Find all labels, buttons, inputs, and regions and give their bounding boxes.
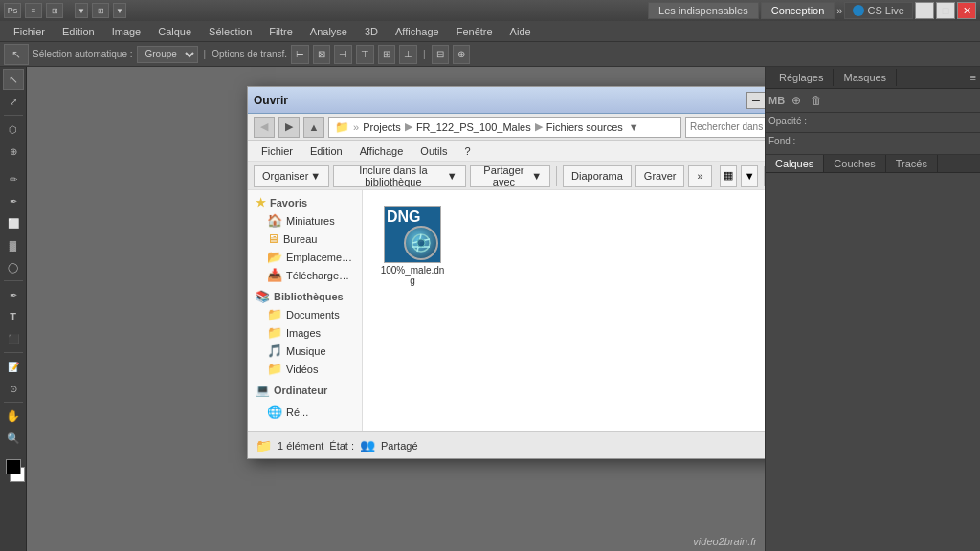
lasso-tool[interactable]: ⬡: [3, 119, 24, 140]
tab-calques[interactable]: Calques: [766, 155, 824, 172]
menu-image[interactable]: Image: [104, 24, 149, 39]
sidebar-documents[interactable]: 📁 Documents: [248, 305, 362, 323]
zoom-tool[interactable]: 🔍: [3, 428, 24, 449]
gradient-tool[interactable]: ▓: [3, 234, 24, 255]
sidebar-videos[interactable]: 📁 Vidéos: [248, 360, 362, 378]
toolbar-separator: |: [204, 49, 207, 59]
view-toggle-btn[interactable]: ▼: [741, 165, 758, 187]
menu-analyse[interactable]: Analyse: [302, 24, 355, 39]
graver-btn[interactable]: Graver: [635, 165, 685, 187]
eyedropper-tool[interactable]: ⊙: [3, 378, 24, 399]
shape-tool[interactable]: ⬛: [3, 328, 24, 349]
align-center-h-btn[interactable]: ⊠: [313, 45, 330, 64]
move-tool-icon[interactable]: ↖: [4, 44, 29, 65]
cs-live-btn[interactable]: CS Live: [844, 2, 913, 19]
tab-reglages[interactable]: Réglages: [769, 69, 834, 86]
dodge-tool[interactable]: ◯: [3, 256, 24, 277]
pen-tool[interactable]: ✒: [3, 284, 24, 305]
sidebar-miniatures[interactable]: 🏠 Miniatures: [248, 211, 362, 230]
state-label: État :: [329, 440, 354, 452]
menu-edition-dialog[interactable]: Edition: [302, 144, 350, 158]
sidebar-images[interactable]: 📁 Images: [248, 323, 362, 342]
zoom-dropdown[interactable]: ▼: [75, 3, 88, 18]
organiser-btn[interactable]: Organiser ▼: [254, 165, 329, 187]
more-workspaces-btn[interactable]: »: [836, 5, 842, 16]
file-item-dng[interactable]: DNG 100%_male.dn: [374, 202, 451, 290]
menu-fenetre[interactable]: Fenêtre: [449, 24, 501, 39]
les-indispensables-tab[interactable]: Les indispensables: [648, 2, 759, 19]
ps-minimize-btn[interactable]: ─: [915, 2, 934, 19]
sidebar-telechargements[interactable]: 📥 Téléchargeme...: [248, 266, 362, 284]
dist-v-btn[interactable]: ⊕: [453, 45, 470, 64]
clone-tool[interactable]: ✒: [3, 190, 24, 211]
selection-type-select[interactable]: Groupe Calque: [137, 46, 198, 63]
dialog-minimize-btn[interactable]: ─: [746, 92, 765, 109]
forward-btn[interactable]: ▶: [278, 117, 300, 138]
menu-fichier-dialog[interactable]: Fichier: [254, 144, 301, 158]
foreground-color[interactable]: [6, 459, 21, 474]
transform-tool[interactable]: ⤢: [3, 91, 24, 112]
inclure-bibliotheque-btn[interactable]: Inclure dans la bibliothèque ▼: [333, 165, 465, 187]
menu-filtre[interactable]: Filtre: [261, 24, 300, 39]
conception-tab[interactable]: Conception: [761, 2, 835, 19]
menu-edition[interactable]: Edition: [55, 24, 102, 39]
tool-sep3: [4, 280, 23, 281]
align-right-btn[interactable]: ⊣: [334, 45, 352, 64]
file-open-dialog: Ouvrir ─ □ ✕ ◀ ▶ ▲ 📁 » Projects ▶ FR_122…: [247, 86, 765, 459]
align-center-v-btn[interactable]: ⊞: [378, 45, 395, 64]
text-tool[interactable]: T: [3, 306, 24, 327]
notes-tool[interactable]: 📝: [3, 356, 24, 377]
menu-affichage[interactable]: Affichage: [388, 24, 447, 39]
menu-selection[interactable]: Sélection: [201, 24, 259, 39]
organiser-label: Organiser: [262, 170, 308, 182]
file-name: 100%_male.dng: [378, 265, 447, 286]
breadcrumb-dropdown[interactable]: ▼: [629, 121, 639, 133]
align-top-btn[interactable]: ⊤: [356, 45, 374, 64]
menu-aide[interactable]: Aide: [502, 24, 539, 39]
more-options-btn[interactable]: »: [688, 165, 711, 187]
breadcrumb-projects[interactable]: Projects: [363, 121, 401, 133]
dialog-files-area[interactable]: DNG 100%_male.dn: [363, 190, 765, 431]
tab-couches[interactable]: Couches: [824, 155, 885, 172]
eraser-tool[interactable]: ⬜: [3, 212, 24, 233]
panel-collapse-btn[interactable]: ≡: [970, 72, 976, 83]
ps-app-icon: Ps: [4, 3, 21, 18]
breadcrumb-fr122[interactable]: FR_122_PS_100_Males: [416, 121, 531, 133]
tool-sep2: [4, 165, 23, 165]
selection-tool[interactable]: ↖: [3, 69, 24, 90]
diaporama-btn[interactable]: Diaporama: [563, 165, 632, 187]
color-boxes[interactable]: [2, 459, 25, 482]
tab-traces[interactable]: Tracés: [886, 155, 938, 172]
brush-tool[interactable]: ✏: [3, 168, 24, 189]
dist-h-btn[interactable]: ⊟: [432, 45, 449, 64]
back-btn[interactable]: ◀: [254, 117, 275, 138]
sidebar-emplacements[interactable]: 📂 Emplacements ré...: [248, 248, 362, 266]
menu-fichier[interactable]: Fichier: [6, 24, 53, 39]
view-grid-btn[interactable]: ▦: [720, 165, 737, 187]
search-input[interactable]: [690, 121, 765, 132]
up-btn[interactable]: ▲: [303, 117, 324, 138]
align-bottom-btn[interactable]: ⊥: [399, 45, 417, 64]
sidebar-bureau[interactable]: 🖥 Bureau: [248, 230, 362, 248]
breadcrumb-bar: 📁 » Projects ▶ FR_122_PS_100_Males ▶ Fic…: [328, 117, 681, 138]
sidebar-reseau[interactable]: 🌐 Ré...: [248, 403, 362, 421]
menu-calque[interactable]: Calque: [150, 24, 199, 39]
panel-add-icon[interactable]: ⊕: [788, 92, 805, 109]
menu-help-dialog[interactable]: ?: [457, 144, 478, 158]
menu-affichage-dialog[interactable]: Affichage: [352, 144, 412, 158]
sidebar-musique[interactable]: 🎵 Musique: [248, 342, 362, 360]
tab-masques[interactable]: Masques: [834, 69, 897, 86]
menu-outils-dialog[interactable]: Outils: [412, 144, 455, 158]
arrange-dropdown[interactable]: ▼: [113, 3, 126, 18]
ps-close-btn[interactable]: ✕: [957, 2, 976, 19]
crop-tool[interactable]: ⊕: [3, 141, 24, 162]
canvas-area[interactable]: Ouvrir ─ □ ✕ ◀ ▶ ▲ 📁 » Projects ▶ FR_122…: [27, 67, 765, 551]
align-left-btn[interactable]: ⊢: [291, 45, 309, 64]
panel-trash-icon[interactable]: 🗑: [808, 92, 825, 109]
partager-avec-btn[interactable]: Partager avec ▼: [470, 165, 551, 187]
share-icon: 👥: [360, 438, 375, 452]
hand-tool[interactable]: ✋: [3, 406, 24, 427]
breadcrumb-fichiers[interactable]: Fichiers sources: [546, 121, 623, 133]
ps-restore-btn[interactable]: □: [936, 2, 955, 19]
menu-3d[interactable]: 3D: [357, 24, 386, 39]
